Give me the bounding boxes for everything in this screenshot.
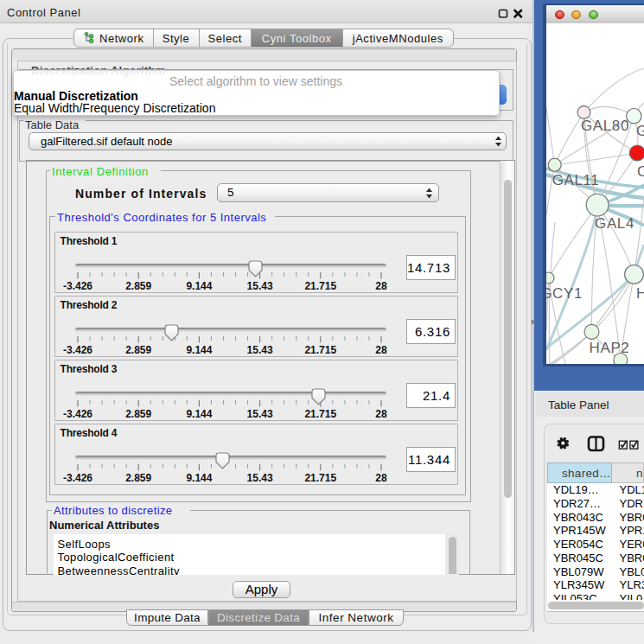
svg-text:H: H — [636, 285, 644, 302]
svg-text:GAL11: GAL11 — [552, 172, 600, 188]
svg-text:GA: GA — [636, 123, 644, 139]
svg-text:GAL80: GAL80 — [581, 118, 629, 134]
svg-text:C: C — [637, 163, 644, 180]
svg-text:GAL4: GAL4 — [595, 215, 634, 232]
svg-text:HAP2: HAP2 — [590, 340, 630, 356]
svg-text:GCY1: GCY1 — [546, 285, 583, 302]
